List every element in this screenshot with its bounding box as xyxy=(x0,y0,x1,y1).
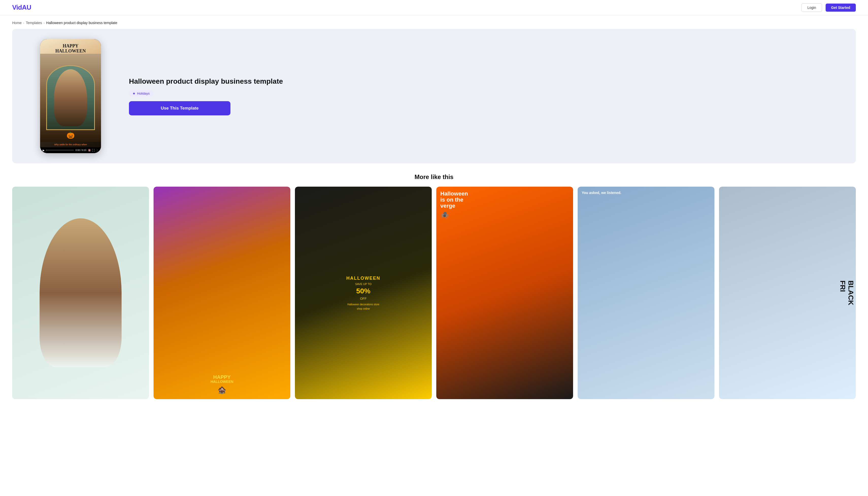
breadcrumb-current: Halloween product display business templ… xyxy=(46,21,117,25)
pumpkin-overlay: 🎃 xyxy=(66,131,75,139)
phone-halloween-title: HAPPYHALLOWEEN xyxy=(55,44,86,54)
breadcrumb-sep-2: › xyxy=(44,21,45,25)
breadcrumb-templates[interactable]: Templates xyxy=(26,21,42,25)
phone-screen: HAPPYHALLOWEEN 🎃 Why settle for the ordi… xyxy=(40,39,101,147)
thumb-3-pct: 50% xyxy=(356,287,370,295)
control-icons: 🔇 ⛶ ⋮ xyxy=(88,149,99,152)
thumbnail-1[interactable] xyxy=(12,187,149,399)
thumb-6-inner: BLACKFRI xyxy=(719,187,856,399)
thumb-4-inner: Halloweenis on theverge 🕷️ xyxy=(436,187,573,399)
tag-holidays[interactable]: ★ Holidays xyxy=(129,90,153,97)
thumb-1-inner xyxy=(12,187,149,399)
thumb-3-detail2: shop online xyxy=(357,307,370,310)
arch-frame xyxy=(46,65,95,130)
more-icon[interactable]: ⋮ xyxy=(96,149,99,152)
logo: VidAU xyxy=(12,3,31,11)
thumb-6-content: BLACKFRI xyxy=(719,187,856,399)
thumb-3-content: HALLOWEEN SAVE UP TO 50% OFF Halloween d… xyxy=(295,187,432,399)
use-template-button[interactable]: Use This Template xyxy=(129,101,230,115)
thumbnail-5[interactable]: You asked, we listened. xyxy=(578,187,715,399)
thumb-5-inner: You asked, we listened. xyxy=(578,187,715,399)
phone-bottom-text: Why settle for the ordinary when xyxy=(40,142,101,147)
thumbnail-6[interactable]: BLACKFRI xyxy=(719,187,856,399)
thumb-4-title: Halloweenis on theverge xyxy=(440,191,468,209)
more-section: More like this HAPPY HALLOWEEN 🏚️ xyxy=(0,173,868,409)
thumb-3-off: OFF xyxy=(360,297,367,300)
thumbnail-4[interactable]: Halloweenis on theverge 🕷️ xyxy=(436,187,573,399)
thumb-2-castle: 🏚️ xyxy=(218,386,226,394)
thumb-5-title: You asked, we listened. xyxy=(582,191,621,195)
thumb-2-halloween: HALLOWEEN xyxy=(210,379,233,384)
more-title: More like this xyxy=(12,173,856,181)
thumb-4-spider: 🕷️ xyxy=(440,211,449,219)
thumb-2-happy: HAPPY xyxy=(213,374,231,379)
progress-fill xyxy=(46,150,46,150)
person-silhouette xyxy=(54,69,87,126)
thumb-3-sub: SAVE UP TO xyxy=(355,282,372,285)
play-button[interactable]: ▶ xyxy=(43,149,45,152)
tag-label: Holidays xyxy=(137,92,150,95)
fullscreen-icon[interactable]: ⛶ xyxy=(92,149,95,152)
main-card: HAPPYHALLOWEEN 🎃 Why settle for the ordi… xyxy=(12,29,856,163)
star-icon: ★ xyxy=(133,92,136,95)
thumbnail-3[interactable]: HALLOWEEN SAVE UP TO 50% OFF Halloween d… xyxy=(295,187,432,399)
thumb-3-inner: HALLOWEEN SAVE UP TO 50% OFF Halloween d… xyxy=(295,187,432,399)
thumbnail-2[interactable]: HAPPY HALLOWEEN 🏚️ xyxy=(153,187,290,399)
breadcrumb-home[interactable]: Home xyxy=(12,21,21,25)
thumb-4-content: Halloweenis on theverge 🕷️ xyxy=(436,187,573,399)
thumb-3-title: HALLOWEEN xyxy=(346,276,380,281)
login-button[interactable]: Login xyxy=(802,3,822,12)
get-started-button[interactable]: Get Started xyxy=(826,3,856,12)
tag-container: ★ Holidays xyxy=(129,90,841,97)
thumb-6-text: BLACKFRI xyxy=(839,280,856,305)
video-area: HAPPYHALLOWEEN 🎃 Why settle for the ordi… xyxy=(27,39,114,153)
thumb-3-detail: Halloween decorations store xyxy=(347,303,379,306)
info-panel: Halloween product display business templ… xyxy=(129,77,841,115)
thumbnails-row: HAPPY HALLOWEEN 🏚️ HALLOWEEN SAVE UP TO … xyxy=(12,187,856,399)
thumb-1-person xyxy=(40,218,122,367)
nav-right: Login Get Started xyxy=(802,3,856,12)
volume-icon[interactable]: 🔇 xyxy=(88,149,91,152)
template-title: Halloween product display business templ… xyxy=(129,77,841,86)
thumb-2-content: HAPPY HALLOWEEN 🏚️ xyxy=(153,187,290,399)
phone-frame: HAPPYHALLOWEEN 🎃 Why settle for the ordi… xyxy=(40,39,101,153)
thumb-2-inner: HAPPY HALLOWEEN 🏚️ xyxy=(153,187,290,399)
breadcrumb-sep-1: › xyxy=(23,21,24,25)
thumb-5-content: You asked, we listened. xyxy=(578,187,715,399)
time-display: 0:00 / 0:23 xyxy=(75,149,86,151)
thumb-1-content xyxy=(12,187,149,399)
video-controls: ▶ 0:00 / 0:23 🔇 ⛶ ⋮ xyxy=(40,147,101,153)
phone-image-area: 🎃 xyxy=(40,54,101,142)
progress-bar[interactable] xyxy=(46,150,74,150)
navbar: VidAU Login Get Started xyxy=(0,0,868,15)
breadcrumb: Home › Templates › Halloween product dis… xyxy=(0,15,868,29)
